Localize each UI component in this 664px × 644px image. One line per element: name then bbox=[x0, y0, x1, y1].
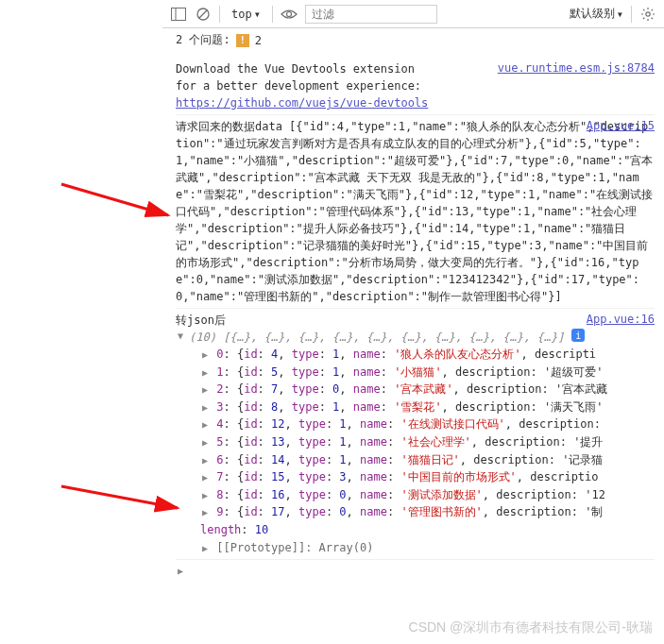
issues-bar: 2 个问题: ! 2 bbox=[176, 28, 664, 52]
console-message: vue.runtime.esm.js:8784 Download the Vue… bbox=[176, 58, 655, 115]
array-header[interactable]: (10) [{…}, {…}, {…}, {…}, {…}, {…}, {…},… bbox=[176, 329, 655, 346]
array-item[interactable]: 2: {id: 7, type: 0, name: '宫本武藏', descri… bbox=[176, 381, 655, 398]
settings-icon[interactable] bbox=[639, 6, 656, 23]
toggle-sidebar-icon[interactable] bbox=[170, 6, 187, 23]
console-output: vue.runtime.esm.js:8784 Download the Vue… bbox=[176, 52, 655, 560]
svg-point-4 bbox=[286, 11, 291, 16]
array-item[interactable]: 7: {id: 15, type: 3, name: '中国目前的市场形式', … bbox=[176, 468, 655, 486]
clear-console-icon[interactable] bbox=[195, 6, 212, 23]
issues-label: 2 个问题: bbox=[176, 32, 230, 48]
expand-toggle-icon[interactable] bbox=[200, 470, 210, 485]
devtools-link[interactable]: https://github.com/vuejs/vue-devtools bbox=[176, 96, 428, 110]
array-item[interactable]: 6: {id: 14, type: 1, name: '猫猫日记', descr… bbox=[176, 451, 655, 469]
chevron-down-icon: ▾ bbox=[617, 8, 623, 21]
console-message: App.vue:15 请求回来的数据data [{"id":4,"type":1… bbox=[176, 115, 655, 309]
issues-count: 2 bbox=[255, 34, 262, 47]
watermark: CSDN @深圳市有德者科技有限公司-耿瑞 bbox=[409, 619, 653, 636]
annotation-arrow-icon bbox=[57, 482, 189, 519]
svg-line-7 bbox=[61, 486, 178, 508]
array-item[interactable]: 8: {id: 16, type: 0, name: '测试添加数据', des… bbox=[176, 486, 655, 504]
message-label: 转json后 bbox=[176, 312, 655, 329]
expand-toggle-icon[interactable] bbox=[176, 329, 185, 343]
array-item[interactable]: 4: {id: 12, type: 1, name: '在线测试接口代码', d… bbox=[176, 415, 655, 433]
devtools-toolbar: top ▾ 默认级别 ▾ bbox=[162, 0, 664, 28]
svg-rect-0 bbox=[172, 8, 186, 20]
array-item[interactable]: 0: {id: 4, type: 1, name: '狼人杀的队友心态分析', … bbox=[176, 346, 655, 364]
filter-input[interactable] bbox=[305, 5, 437, 24]
expand-toggle-icon[interactable] bbox=[200, 400, 210, 415]
expand-toggle-icon[interactable] bbox=[200, 453, 210, 468]
separator bbox=[219, 6, 220, 23]
expand-toggle-icon[interactable] bbox=[200, 488, 210, 503]
message-text: 请求回来的数据data [{"id":4,"type":1,"name":"狼人… bbox=[176, 118, 655, 305]
level-label: 默认级别 bbox=[570, 6, 615, 22]
array-length: length: 10 bbox=[176, 521, 655, 539]
source-link[interactable]: vue.runtime.esm.js:8784 bbox=[498, 59, 655, 76]
console-prompt[interactable] bbox=[176, 560, 664, 581]
expand-toggle-icon[interactable] bbox=[200, 382, 210, 398]
array-preview: (10) [{…}, {…}, {…}, {…}, {…}, {…}, {…},… bbox=[189, 329, 564, 346]
context-label: top bbox=[231, 8, 252, 21]
expand-toggle-icon[interactable] bbox=[200, 417, 210, 432]
array-item[interactable]: 5: {id: 13, type: 1, name: '社会心理学', desc… bbox=[176, 433, 655, 451]
array-item[interactable]: 1: {id: 5, type: 1, name: '小猫猫', descrip… bbox=[176, 364, 655, 381]
info-badge-icon[interactable]: i bbox=[571, 329, 585, 342]
annotation-arrow-icon bbox=[57, 179, 179, 227]
expand-toggle-icon[interactable] bbox=[200, 435, 210, 450]
array-items: 0: {id: 4, type: 1, name: '狼人杀的队友心态分析', … bbox=[176, 346, 655, 521]
svg-line-6 bbox=[61, 184, 168, 215]
expand-toggle-icon[interactable] bbox=[200, 347, 210, 363]
live-expression-icon[interactable] bbox=[281, 6, 298, 23]
separator bbox=[272, 6, 273, 23]
expand-toggle-icon[interactable] bbox=[200, 505, 210, 520]
svg-point-5 bbox=[646, 11, 650, 15]
console-message: App.vue:16 转json后 (10) [{…}, {…}, {…}, {… bbox=[176, 309, 655, 560]
svg-line-3 bbox=[199, 10, 207, 18]
separator bbox=[631, 6, 632, 23]
warning-badge-icon[interactable]: ! bbox=[236, 34, 249, 47]
context-selector[interactable]: top ▾ bbox=[228, 6, 264, 23]
array-item[interactable]: 3: {id: 8, type: 1, name: '雪梨花', descrip… bbox=[176, 398, 655, 416]
source-link[interactable]: App.vue:15 bbox=[587, 117, 655, 134]
expand-toggle-icon[interactable] bbox=[200, 365, 210, 381]
prototype-row[interactable]: [[Prototype]]: Array(0) bbox=[176, 539, 655, 556]
source-link[interactable]: App.vue:16 bbox=[587, 311, 655, 328]
log-level-selector[interactable]: 默认级别 ▾ bbox=[570, 6, 623, 22]
chevron-right-icon bbox=[176, 566, 185, 576]
chevron-down-icon: ▾ bbox=[254, 8, 261, 21]
array-item[interactable]: 9: {id: 17, type: 0, name: '管理图书新的', des… bbox=[176, 503, 655, 521]
expand-toggle-icon[interactable] bbox=[200, 541, 210, 555]
